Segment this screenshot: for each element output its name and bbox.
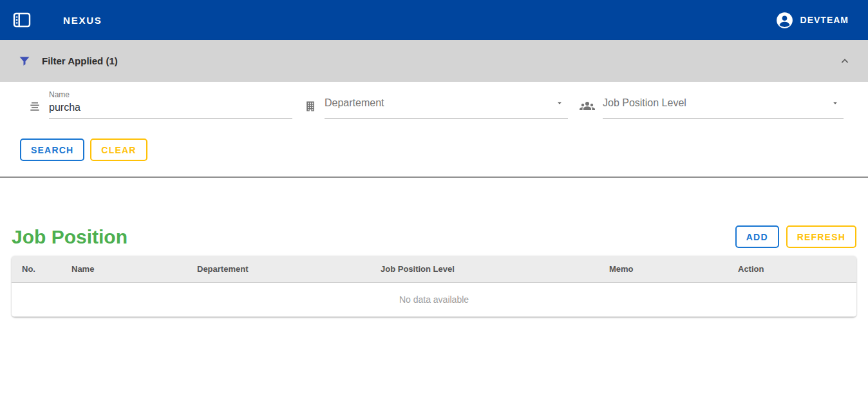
chevron-up-icon[interactable]: [838, 55, 851, 68]
dropdown-arrow-icon: [831, 99, 840, 108]
empty-state-row: No data available: [12, 282, 856, 316]
user-name: DEVTEAM: [800, 15, 849, 25]
text-lines-icon: [28, 100, 41, 113]
departement-select[interactable]: Departement: [325, 90, 568, 119]
job-position-level-field-group: Job Position Level: [580, 90, 844, 119]
departement-placeholder: Departement: [325, 97, 555, 109]
filter-panel: Filter Applied (1) Name: [0, 40, 868, 178]
column-header-action: Action: [728, 256, 856, 282]
column-header-no: No.: [12, 256, 61, 282]
search-button[interactable]: SEARCH: [20, 139, 84, 161]
empty-state-text: No data available: [12, 282, 856, 316]
brand-title: NEXUS: [63, 15, 102, 26]
table-header-row: No. Name Departement Job Position Level …: [12, 256, 856, 282]
column-header-name: Name: [61, 256, 187, 282]
job-position-table: No. Name Departement Job Position Level …: [12, 256, 856, 317]
job-position-level-select[interactable]: Job Position Level: [603, 90, 844, 119]
user-avatar-icon: [776, 12, 793, 29]
job-position-level-placeholder: Job Position Level: [603, 97, 831, 109]
name-input[interactable]: [49, 100, 292, 115]
dropdown-arrow-icon: [555, 99, 564, 108]
clear-button[interactable]: CLEAR: [90, 139, 147, 161]
main-content: Job Position ADD REFRESH No. Name Depart…: [0, 178, 868, 317]
departement-field-group: Departement: [304, 90, 568, 119]
page-title: Job Position: [12, 226, 127, 248]
name-field-group: Name: [28, 90, 292, 119]
people-group-icon: [580, 100, 595, 113]
drawer-toggle-icon: [12, 10, 32, 30]
user-menu[interactable]: DEVTEAM: [776, 12, 849, 29]
office-building-icon: [304, 100, 317, 113]
filter-form: Name Departement: [0, 82, 868, 177]
refresh-button[interactable]: REFRESH: [786, 225, 856, 248]
name-field-label: Name: [49, 90, 292, 100]
column-header-job-position-level: Job Position Level: [370, 256, 599, 282]
drawer-toggle-button[interactable]: [9, 7, 35, 33]
column-header-memo: Memo: [599, 256, 728, 282]
add-button[interactable]: ADD: [735, 225, 779, 248]
app-bar: NEXUS DEVTEAM: [0, 0, 868, 40]
filter-panel-header[interactable]: Filter Applied (1): [0, 40, 868, 82]
column-header-departement: Departement: [187, 256, 370, 282]
filter-panel-title: Filter Applied (1): [42, 55, 118, 66]
filter-funnel-icon: [18, 55, 31, 68]
